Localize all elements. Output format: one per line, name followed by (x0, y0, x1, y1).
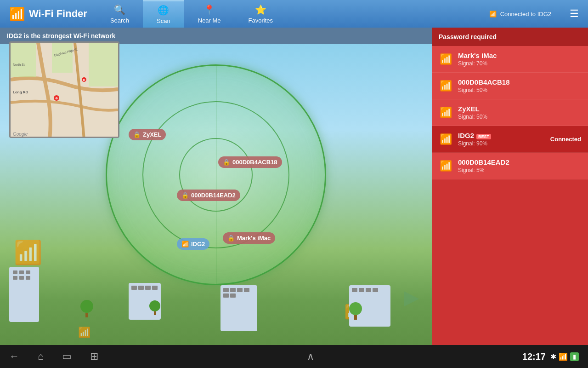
svg-text:Google: Google (13, 132, 28, 137)
000d0b14ead2-list-name: 000D0B14EAD2 (458, 158, 581, 166)
tree-2 (349, 302, 362, 320)
main-content: IDG2 is the strongest Wi-Fi network (0, 28, 588, 368)
lock-icon-000d0b14ead2: 🔒 (181, 192, 189, 199)
menu-icon[interactable]: ☰ (560, 8, 588, 20)
nav-item-scan[interactable]: 🌐 Scan (143, 0, 184, 28)
info-text: IDG2 is the strongest Wi-Fi network (7, 32, 115, 40)
expand-icon[interactable]: ∧ (307, 351, 314, 362)
search-nav-icon: 🔍 (114, 4, 125, 15)
battery-icon: ▮ (570, 352, 579, 361)
marks-imac-info: Mark's iMac Signal: 70% (458, 52, 581, 67)
wifi-icon-idg2-list: 📶 (439, 133, 452, 145)
time-display: 12:17 (522, 351, 546, 362)
tree-1 (80, 300, 93, 317)
wifi-ambient-1: 📶 (14, 239, 42, 266)
status-icons: ✱ 📶 ▮ (550, 352, 579, 361)
idg2-info: IDG2 BEST Signal: 90% (458, 132, 545, 147)
bottom-navigation-bar: ← ⌂ ▭ ⊞ ∧ 12:17 ✱ 📶 ▮ (0, 345, 588, 368)
password-header: Password required (432, 28, 588, 46)
connected-text: Connected to IDG2 (500, 11, 551, 17)
svg-rect-2 (52, 43, 73, 73)
bottom-center: ∧ (307, 351, 314, 362)
network-item-idg2[interactable]: 📶 IDG2 BEST Signal: 90% Connected (432, 126, 588, 153)
000d0b14ead2-network-label: 🔒 000D0B14EAD2 (177, 190, 240, 201)
000d0b4acb18-list-name: 000D0B4ACB18 (458, 78, 581, 86)
svg-rect-1 (11, 43, 36, 77)
screenshot-button[interactable]: ⊞ (90, 351, 98, 362)
app-logo: 📶 Wi-Fi Finder (0, 6, 96, 22)
map-thumbnail[interactable]: Long Rd Clapham High St North St ⊕ ⊕ Goo… (9, 41, 119, 138)
nav-label-near-me: Near Me (198, 17, 221, 24)
favorites-nav-icon: ⭐ (255, 4, 266, 15)
wifi-status-icon: 📶 (559, 352, 568, 361)
building-3 (220, 285, 257, 331)
svg-text:⊕: ⊕ (55, 97, 58, 100)
nav-label-favorites: Favorites (249, 17, 273, 24)
wifi-icon-idg2: 📶 (181, 241, 189, 247)
connected-badge: Connected (550, 136, 581, 143)
wifi-icon-marks-imac-list: 📶 (439, 53, 452, 65)
zyxel-name: ZyXEL (143, 131, 161, 138)
000d0b4acb18-info: 000D0B4ACB18 Signal: 50% (458, 78, 581, 93)
svg-text:Long Rd: Long Rd (13, 90, 28, 94)
svg-rect-3 (89, 43, 119, 86)
000d0b14ead2-info: 000D0B14EAD2 Signal: 5% (458, 158, 581, 173)
best-badge: BEST (476, 134, 491, 139)
radar-dot-marks-imac[interactable]: 🔒 Mark's iMac (223, 232, 275, 244)
network-item-zyxel[interactable]: 📶 ZyXEL Signal: 50% (432, 99, 588, 126)
idg2-name: IDG2 (191, 241, 205, 247)
recents-button[interactable]: ▭ (62, 351, 72, 362)
lock-icon-000d0b4acb18: 🔒 (223, 159, 230, 166)
right-networks-panel: Password required 📶 Mark's iMac Signal: … (432, 28, 588, 368)
idg2-network-label: 📶 IDG2 (177, 238, 209, 250)
zyxel-network-label: 🔒 ZyXEL (129, 129, 166, 140)
idg2-name-row: IDG2 BEST (458, 132, 545, 139)
radar-dot-zyxel[interactable]: 🔒 ZyXEL (129, 129, 166, 140)
nav-item-favorites[interactable]: ⭐ Favorites (235, 0, 287, 28)
bottom-nav-icons: ← ⌂ ▭ ⊞ (9, 351, 98, 362)
000d0b14ead2-name: 000D0B14EAD2 (191, 192, 236, 199)
nav-label-search: Search (110, 17, 129, 24)
nav-item-search[interactable]: 🔍 Search (96, 0, 143, 28)
idg2-signal: Signal: 90% (458, 140, 545, 147)
nav-item-near-me[interactable]: 📍 Near Me (184, 0, 235, 28)
marks-imac-signal: Signal: 70% (458, 60, 581, 67)
marks-imac-name: Mark's iMac (237, 235, 271, 242)
left-radar-panel: IDG2 is the strongest Wi-Fi network (0, 28, 432, 368)
tree-3 (149, 300, 160, 315)
app-title: Wi-Fi Finder (29, 8, 87, 20)
000d0b14ead2-signal: Signal: 5% (458, 167, 581, 173)
lock-icon-marks-imac: 🔒 (227, 235, 235, 242)
radar-dot-000d0b14ead2[interactable]: 🔒 000D0B14EAD2 (177, 190, 240, 201)
zyxel-list-name: ZyXEL (458, 105, 581, 113)
top-navigation-bar: 📶 Wi-Fi Finder 🔍 Search 🌐 Scan 📍 Near Me… (0, 0, 588, 28)
back-button[interactable]: ← (9, 351, 19, 362)
zyxel-info: ZyXEL Signal: 50% (458, 105, 581, 120)
map-background: Long Rd Clapham High St North St ⊕ ⊕ Goo… (11, 43, 118, 137)
wifi-icon-000d0b4acb18-list: 📶 (439, 80, 452, 92)
zyxel-signal: Signal: 50% (458, 114, 581, 120)
radar-dot-idg2[interactable]: 📶 IDG2 (177, 238, 209, 250)
000d0b4acb18-signal: Signal: 50% (458, 87, 581, 93)
home-button[interactable]: ⌂ (38, 351, 44, 362)
right-arrow: ▶ (404, 287, 418, 308)
lock-icon-zyxel: 🔒 (133, 131, 141, 138)
building-1 (9, 267, 39, 322)
marks-imac-network-label: 🔒 Mark's iMac (223, 232, 275, 244)
marks-imac-list-name: Mark's iMac (458, 52, 581, 59)
svg-text:⊕: ⊕ (83, 79, 85, 81)
radar-dot-000d0b4acb18[interactable]: 🔒 000D0B4ACB18 (218, 156, 282, 168)
svg-text:North St: North St (13, 63, 25, 66)
scan-nav-icon: 🌐 (158, 5, 169, 16)
radar-container: 🔒 ZyXEL 🔒 000D0B4ACB18 🔒 000D0B14EAD2 (106, 64, 326, 285)
network-item-000d0b14ead2[interactable]: 📶 000D0B14EAD2 Signal: 5% (432, 153, 588, 179)
000d0b4acb18-network-label: 🔒 000D0B4ACB18 (218, 156, 282, 168)
wifi-icon-zyxel-list: 📶 (439, 107, 452, 119)
idg2-list-name: IDG2 (458, 132, 474, 139)
network-item-marks-imac[interactable]: 📶 Mark's iMac Signal: 70% (432, 46, 588, 73)
nav-items: 🔍 Search 🌐 Scan 📍 Near Me ⭐ Favorites (96, 0, 489, 28)
network-item-000d0b4acb18[interactable]: 📶 000D0B4ACB18 Signal: 50% (432, 73, 588, 99)
map-svg: Long Rd Clapham High St North St ⊕ ⊕ Goo… (11, 43, 119, 138)
wifi-ambient-4: 📶 (78, 327, 90, 339)
password-header-text: Password required (439, 33, 497, 40)
